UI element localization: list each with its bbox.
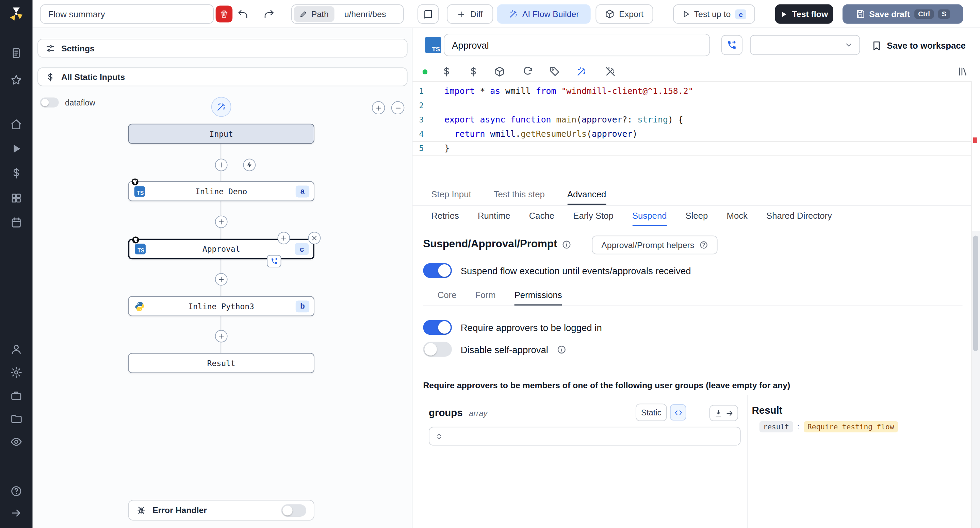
sidebar-item-runs-play-icon[interactable] [10,143,22,155]
static-mode-button[interactable]: Static [636,404,667,421]
redo-button[interactable] [260,5,277,24]
sidebar-item-folders-icon[interactable] [10,413,22,425]
flow-node-input[interactable]: Input [128,124,314,144]
sidebar-item-resources-icon[interactable] [10,192,22,204]
app-sidebar [0,0,33,528]
tab-test-this-step[interactable]: Test this step [494,185,545,205]
scrollbar-track[interactable] [972,231,980,528]
tab-sleep[interactable]: Sleep [686,205,708,226]
path-edit-button[interactable]: Path [294,6,334,22]
ai-flow-builder-button[interactable]: AI Flow Builder [497,5,591,24]
sidebar-item-audit-icon[interactable] [10,436,22,448]
package-icon[interactable] [495,66,505,77]
delete-flow-button[interactable] [216,6,233,23]
disable-self-approval-label: Disable self-approval [461,344,548,355]
test-up-to-button[interactable]: Test up to c [673,5,755,24]
add-branch-button[interactable] [278,232,290,244]
export-label: Export [619,10,643,19]
ai-builder-graph-button[interactable] [211,97,231,117]
insert-step-button[interactable] [215,159,228,172]
code-line[interactable]: 2 [412,98,971,112]
code-editor[interactable]: 1import * as wmill from "windmill-client… [412,84,971,156]
tab-retries[interactable]: Retries [431,205,459,226]
dataflow-toggle[interactable] [40,98,59,108]
insert-trigger-button[interactable] [243,159,256,172]
open-docs-button[interactable] [417,5,439,24]
code-line[interactable]: 4 return wmill.getResumeUrls(approver) [412,127,971,141]
worker-tag-select[interactable] [750,35,860,55]
insert-step-button[interactable] [215,330,228,343]
tab-suspend[interactable]: Suspend [632,205,667,226]
sidebar-item-variables-icon[interactable] [10,167,22,179]
tab-step-input[interactable]: Step Input [431,185,471,205]
flow-settings-button[interactable]: Settings [37,39,407,57]
tab-cache[interactable]: Cache [529,205,554,226]
node-id-badge: b [296,301,309,312]
sidebar-collapse-icon[interactable] [10,507,22,519]
code-line[interactable]: 5} [412,141,971,156]
zoom-out-button[interactable] [391,102,404,115]
typescript-icon: TS [135,243,146,254]
zoom-in-button[interactable] [372,102,385,115]
result-divider [747,395,748,528]
suspend-step-button[interactable] [721,35,743,55]
approval-prompt-helpers-button[interactable]: Approval/Prompt helpers [592,235,717,254]
undo-button[interactable] [234,5,251,24]
tab-runtime[interactable]: Runtime [478,205,511,226]
path-field[interactable]: Path u/henri/bes [291,5,404,24]
test-flow-button[interactable]: Test flow [775,5,833,24]
code-line[interactable]: 3export async function main(approver?: s… [412,113,971,127]
error-handler-toggle[interactable] [282,504,306,517]
library-icon[interactable] [958,66,968,77]
play-filled-icon [780,10,788,18]
groups-input[interactable] [429,426,741,445]
diff-button[interactable]: Diff [447,5,493,24]
reload-icon[interactable] [523,66,533,77]
tab-form[interactable]: Form [476,285,496,305]
connect-input-buttons[interactable] [710,405,738,421]
scrollbar-thumb[interactable] [973,235,978,351]
add-resource-icon[interactable] [468,66,479,77]
export-button[interactable]: Export [595,5,653,24]
tab-advanced[interactable]: Advanced [567,185,606,205]
disable-self-approval-toggle[interactable] [423,342,452,357]
delete-step-button[interactable] [308,232,321,244]
suspend-toggle[interactable] [423,263,452,278]
sidebar-item-users-icon[interactable] [10,343,22,355]
windmill-logo-icon[interactable] [9,6,24,21]
tab-permissions[interactable]: Permissions [514,285,562,305]
tab-shared-directory[interactable]: Shared Directory [766,205,832,226]
flow-summary-input[interactable] [40,5,214,24]
tab-mock[interactable]: Mock [727,205,747,226]
flow-node-inline-python[interactable]: Inline Python3 b [128,296,314,316]
sidebar-help-icon[interactable] [10,485,22,497]
tab-early-stop[interactable]: Early Stop [573,205,614,226]
info-icon[interactable] [557,345,566,354]
sidebar-item-settings-icon[interactable] [10,366,22,378]
insert-step-button[interactable] [215,273,228,286]
sidebar-item-schedules-icon[interactable] [10,216,22,228]
test-flow-label: Test flow [792,10,828,19]
code-line[interactable]: 1import * as wmill from "windmill-client… [412,84,971,98]
insert-step-button[interactable] [215,216,228,228]
ai-assistant-icon[interactable] [576,66,587,77]
sidebar-item-runs-icon[interactable] [10,47,22,59]
flow-node-result[interactable]: Result [128,353,314,373]
ai-assistant-off-icon[interactable] [605,66,616,77]
expression-mode-button[interactable] [670,404,686,420]
tab-core[interactable]: Core [438,285,457,305]
add-variable-icon[interactable] [441,66,452,77]
tag-icon[interactable] [549,66,560,77]
error-handler-row[interactable]: Error Handler [128,500,314,520]
save-to-workspace-button[interactable]: Save to workspace [871,38,966,53]
suspend-indicator-button[interactable] [267,255,281,267]
sidebar-item-home-icon[interactable] [10,118,22,130]
save-draft-button[interactable]: Save draft Ctrl S [843,5,963,24]
sidebar-item-workers-icon[interactable] [10,390,22,401]
info-icon[interactable] [562,240,572,249]
sidebar-item-favorites-icon[interactable] [10,74,22,86]
flow-node-inline-deno[interactable]: TS Inline Deno a [128,181,314,201]
all-static-inputs-button[interactable]: All Static Inputs [37,67,407,86]
require-login-toggle[interactable] [423,320,452,335]
step-name-input[interactable] [444,34,710,56]
